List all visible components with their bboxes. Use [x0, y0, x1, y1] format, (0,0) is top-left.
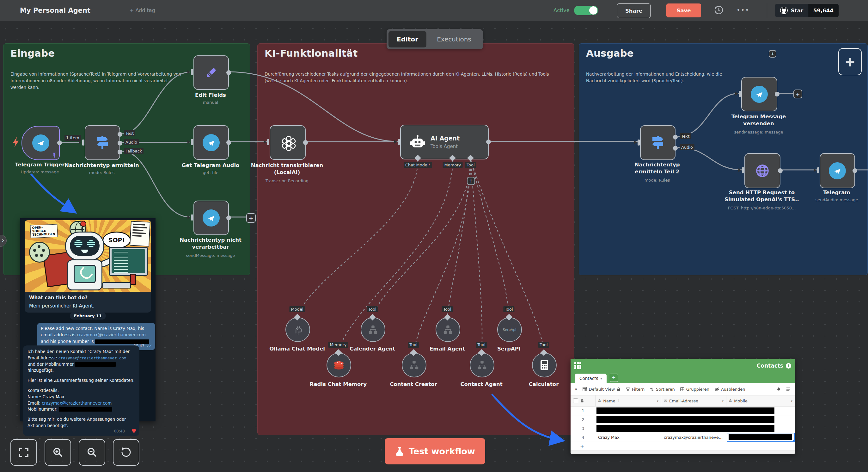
node-nachrichtentyp-ermitteln[interactable]	[85, 125, 120, 160]
add-row-button[interactable]: +	[570, 442, 795, 450]
view-selector[interactable]: Default View	[583, 387, 620, 392]
tool-redis-chat-memory[interactable]	[327, 353, 351, 377]
output-port[interactable]	[226, 140, 231, 145]
apps-grid-icon[interactable]	[575, 362, 581, 369]
tool-calculator[interactable]	[532, 353, 557, 377]
lock-icon	[617, 387, 620, 391]
tab-editor[interactable]: Editor	[389, 31, 426, 48]
table-row[interactable]: 3	[570, 424, 795, 433]
output-port[interactable]	[486, 140, 491, 144]
save-button[interactable]: Save	[666, 3, 701, 18]
output-port[interactable]	[57, 141, 62, 145]
section-add-plus-button[interactable]: +	[838, 48, 862, 75]
fit-view-button[interactable]	[10, 439, 37, 466]
more-options-button[interactable]: •••	[737, 0, 749, 20]
active-toggle[interactable]	[574, 6, 598, 15]
cell-email[interactable]: crazymax@crazierthaneve...	[661, 433, 726, 442]
paint-drop-icon	[777, 387, 781, 391]
email-link[interactable]: crazymax@crazierthanever.com	[77, 332, 146, 337]
tool-label: Email Agent	[430, 346, 465, 352]
tool-serpapi[interactable]: SerpApi	[497, 317, 522, 342]
section-desc-ki: Durchführung verschiedener Tasks aufgrun…	[265, 71, 565, 84]
table-row[interactable]: 4 Crazy Max crazymax@crazierthaneve...	[570, 433, 795, 442]
tab-executions[interactable]: Executions	[426, 29, 482, 49]
output-port-text[interactable]	[118, 132, 122, 137]
input-port[interactable]	[82, 140, 84, 146]
output-port[interactable]	[226, 70, 231, 75]
select-all-checkbox[interactable]	[573, 398, 578, 403]
selected-cell-mobile[interactable]	[727, 433, 795, 442]
add-tag-button[interactable]: + Add tag	[130, 0, 155, 21]
node-edit-fields[interactable]	[193, 55, 229, 90]
output-port-text[interactable]	[673, 135, 678, 140]
table-row[interactable]: 1	[570, 407, 795, 415]
tool-contact-agent[interactable]	[470, 353, 494, 377]
add-table-button[interactable]: +	[610, 374, 618, 382]
email-link[interactable]: crazymax@crazierthannever.com	[42, 401, 112, 406]
input-port[interactable]	[739, 91, 741, 97]
section-title-ausgabe: Ausgabe	[586, 48, 634, 59]
add-tool-plus-button[interactable]: +	[467, 177, 475, 185]
test-workflow-button[interactable]: Test workflow	[385, 438, 485, 464]
node-telegram-message-versenden[interactable]	[741, 77, 777, 111]
history-icon[interactable]	[714, 5, 724, 16]
hide-fields-button[interactable]: Ausblenden	[715, 387, 745, 392]
table-row[interactable]: 2	[570, 415, 795, 424]
input-port[interactable]	[398, 139, 400, 145]
input-port[interactable]	[191, 69, 193, 75]
cell-name[interactable]: Crazy Max	[595, 433, 661, 442]
reset-view-button[interactable]	[113, 439, 140, 466]
node-ai-agent[interactable]: AI Agent Tools Agent	[400, 125, 489, 159]
group-button[interactable]: Gruppieren	[680, 387, 709, 392]
chevron-down-icon: ▾	[600, 377, 602, 380]
add-node-plus-button[interactable]: +	[246, 213, 256, 223]
add-node-plus-button[interactable]: +	[794, 90, 802, 98]
input-port[interactable]	[742, 167, 744, 173]
row-height-button[interactable]	[786, 387, 790, 391]
tool-content-creator[interactable]	[402, 353, 426, 377]
node-send-http-request[interactable]	[744, 153, 780, 188]
column-header-name[interactable]: AName?▾	[595, 395, 661, 406]
tool-email-agent[interactable]	[436, 317, 460, 342]
input-port[interactable]	[817, 167, 819, 173]
output-port[interactable]	[226, 215, 231, 220]
info-icon[interactable]: i	[786, 363, 791, 368]
telegram-chat-screenshot: OPEN-SOURCE TECHNOLGEN SOP! Wha	[20, 218, 156, 421]
share-button[interactable]: Share	[617, 3, 651, 18]
zoom-in-button[interactable]	[44, 439, 71, 466]
node-telegram-trigger[interactable]	[22, 126, 60, 160]
telegram-icon	[829, 162, 846, 179]
github-star-widget[interactable]: Star 59,644	[775, 4, 839, 17]
output-port-audio[interactable]	[673, 146, 678, 151]
output-port[interactable]	[778, 168, 783, 173]
filter-button[interactable]: Filtern	[626, 387, 645, 392]
node-nachrichtentyp-ermitteln-teil-2[interactable]	[640, 125, 676, 160]
view-chevron-icon[interactable]: ▾	[575, 387, 577, 392]
sort-button[interactable]: Sortieren	[650, 387, 675, 392]
node-nachrichtentyp-nicht-verarbeitbar[interactable]	[193, 201, 229, 235]
node-nachricht-transkribieren[interactable]	[270, 125, 306, 160]
add-node-plus-button[interactable]: +	[769, 50, 776, 58]
output-port-audio[interactable]	[118, 141, 122, 146]
node-get-telegram-audio[interactable]	[193, 125, 229, 160]
github-star-button[interactable]: Star	[775, 4, 808, 17]
input-port[interactable]	[191, 139, 193, 145]
telegram-icon	[751, 86, 768, 103]
paint-button[interactable]	[777, 387, 781, 391]
zoom-out-button[interactable]	[79, 439, 105, 466]
output-port[interactable]	[775, 92, 779, 96]
node-telegram-audio-out[interactable]	[819, 153, 855, 188]
column-header-mobile[interactable]: AMobile▾	[726, 395, 795, 406]
input-port[interactable]	[191, 214, 193, 220]
input-port[interactable]	[267, 139, 269, 145]
output-port[interactable]	[852, 168, 857, 173]
lightning-bolt-icon	[12, 137, 20, 147]
output-port-fallback[interactable]	[118, 150, 122, 154]
workflow-title[interactable]: My Personal Agent	[20, 0, 90, 21]
tool-calender-agent[interactable]	[361, 317, 385, 342]
tab-contacts[interactable]: Contacts▾	[575, 374, 607, 383]
tool-ollama-chat-model[interactable]	[285, 317, 310, 342]
output-port[interactable]	[303, 140, 308, 145]
input-port[interactable]	[638, 140, 640, 146]
column-header-email[interactable]: ✉Email-Adresse▾	[661, 395, 726, 406]
